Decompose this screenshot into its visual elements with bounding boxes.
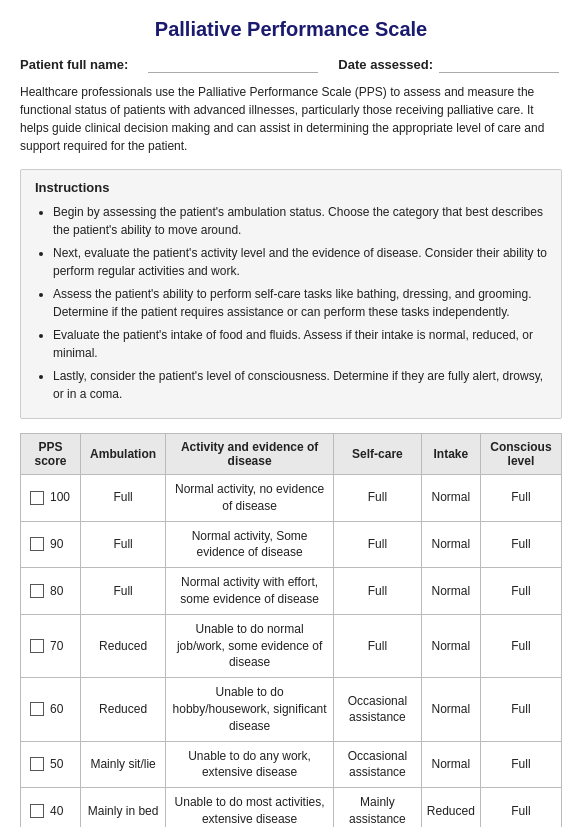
activity-cell-60: Unable to do hobby/housework, significan… <box>166 678 334 741</box>
instructions-list: Begin by assessing the patient's ambulat… <box>35 203 547 403</box>
score-value-90: 90 <box>50 536 63 553</box>
score-value-80: 80 <box>50 583 63 600</box>
instructions-box: Instructions Begin by assessing the pati… <box>20 169 562 419</box>
activity-cell-90: Normal activity, Some evidence of diseas… <box>166 521 334 568</box>
intake-cell-90: Normal <box>421 521 480 568</box>
table-row: 40Mainly in bedUnable to do most activit… <box>21 788 562 827</box>
intake-cell-40: Reduced <box>421 788 480 827</box>
activity-cell-80: Normal activity with effort, some eviden… <box>166 568 334 615</box>
checkbox-80[interactable] <box>30 584 44 598</box>
score-cell-80: 80 <box>21 568 81 615</box>
table-row: 50Mainly sit/lieUnable to do any work, e… <box>21 741 562 788</box>
score-cell-50: 50 <box>21 741 81 788</box>
score-cell-70: 70 <box>21 614 81 677</box>
col-header-5: Conscious level <box>480 434 561 475</box>
patient-info-row: Patient full name: Date assessed: <box>20 55 562 73</box>
intake-cell-80: Normal <box>421 568 480 615</box>
col-header-1: Ambulation <box>81 434 166 475</box>
date-label: Date assessed: <box>338 57 433 72</box>
conscious-cell-70: Full <box>480 614 561 677</box>
col-header-4: Intake <box>421 434 480 475</box>
score-value-100: 100 <box>50 489 70 506</box>
checkbox-40[interactable] <box>30 804 44 818</box>
activity-cell-50: Unable to do any work, extensive disease <box>166 741 334 788</box>
intake-cell-50: Normal <box>421 741 480 788</box>
col-header-3: Self-care <box>334 434 422 475</box>
page-title: Palliative Performance Scale <box>20 18 562 41</box>
conscious-cell-80: Full <box>480 568 561 615</box>
activity-cell-70: Unable to do normal job/work, some evide… <box>166 614 334 677</box>
conscious-cell-40: Full <box>480 788 561 827</box>
score-value-50: 50 <box>50 756 63 773</box>
instruction-item-3: Assess the patient's ability to perform … <box>53 285 547 321</box>
table-row: 70ReducedUnable to do normal job/work, s… <box>21 614 562 677</box>
instruction-item-4: Evaluate the patient's intake of food an… <box>53 326 547 362</box>
checkbox-90[interactable] <box>30 537 44 551</box>
selfcare-cell-70: Full <box>334 614 422 677</box>
ambulation-cell-70: Reduced <box>81 614 166 677</box>
conscious-cell-90: Full <box>480 521 561 568</box>
instruction-item-1: Begin by assessing the patient's ambulat… <box>53 203 547 239</box>
selfcare-cell-60: Occasional assistance <box>334 678 422 741</box>
score-cell-100: 100 <box>21 475 81 522</box>
activity-cell-40: Unable to do most activities, extensive … <box>166 788 334 827</box>
ambulation-cell-40: Mainly in bed <box>81 788 166 827</box>
ambulation-cell-90: Full <box>81 521 166 568</box>
instructions-title: Instructions <box>35 180 547 195</box>
ambulation-cell-50: Mainly sit/lie <box>81 741 166 788</box>
score-cell-40: 40 <box>21 788 81 827</box>
table-header-row: PPS scoreAmbulationActivity and evidence… <box>21 434 562 475</box>
ambulation-cell-80: Full <box>81 568 166 615</box>
ambulation-cell-100: Full <box>81 475 166 522</box>
instruction-item-5: Lastly, consider the patient's level of … <box>53 367 547 403</box>
selfcare-cell-80: Full <box>334 568 422 615</box>
intake-cell-60: Normal <box>421 678 480 741</box>
intake-cell-70: Normal <box>421 614 480 677</box>
checkbox-70[interactable] <box>30 639 44 653</box>
conscious-cell-50: Full <box>480 741 561 788</box>
intake-cell-100: Normal <box>421 475 480 522</box>
pps-table: PPS scoreAmbulationActivity and evidence… <box>20 433 562 827</box>
date-section: Date assessed: <box>338 55 559 73</box>
score-value-60: 60 <box>50 701 63 718</box>
checkbox-50[interactable] <box>30 757 44 771</box>
ambulation-cell-60: Reduced <box>81 678 166 741</box>
date-field[interactable] <box>439 55 559 73</box>
conscious-cell-100: Full <box>480 475 561 522</box>
col-header-0: PPS score <box>21 434 81 475</box>
patient-name-field[interactable] <box>148 55 318 73</box>
description-text: Healthcare professionals use the Palliat… <box>20 83 562 155</box>
score-value-70: 70 <box>50 638 63 655</box>
activity-cell-100: Normal activity, no evidence of disease <box>166 475 334 522</box>
table-row: 80FullNormal activity with effort, some … <box>21 568 562 615</box>
patient-label: Patient full name: <box>20 57 128 72</box>
table-row: 60ReducedUnable to do hobby/housework, s… <box>21 678 562 741</box>
table-row: 90FullNormal activity, Some evidence of … <box>21 521 562 568</box>
col-header-2: Activity and evidence of disease <box>166 434 334 475</box>
table-body: 100FullNormal activity, no evidence of d… <box>21 475 562 828</box>
checkbox-100[interactable] <box>30 491 44 505</box>
conscious-cell-60: Full <box>480 678 561 741</box>
score-cell-90: 90 <box>21 521 81 568</box>
score-value-40: 40 <box>50 803 63 820</box>
selfcare-cell-40: Mainly assistance <box>334 788 422 827</box>
checkbox-60[interactable] <box>30 702 44 716</box>
selfcare-cell-100: Full <box>334 475 422 522</box>
instruction-item-2: Next, evaluate the patient's activity le… <box>53 244 547 280</box>
score-cell-60: 60 <box>21 678 81 741</box>
table-row: 100FullNormal activity, no evidence of d… <box>21 475 562 522</box>
selfcare-cell-50: Occasional assistance <box>334 741 422 788</box>
selfcare-cell-90: Full <box>334 521 422 568</box>
